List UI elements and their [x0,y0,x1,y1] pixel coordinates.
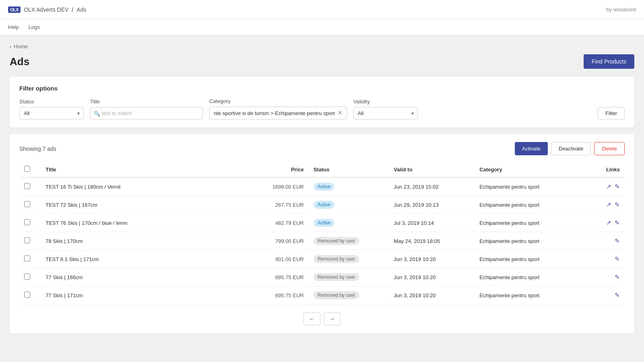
link-icons: ✎ [586,292,620,299]
filter-title-input[interactable] [90,107,203,119]
col-header-checkbox [19,162,41,177]
table-row: 78 Skis | 170cm 799.00 EUR Removed by us… [19,232,625,250]
row-links: ✎ [582,286,625,304]
external-link-icon[interactable]: ↗ [606,219,611,226]
row-checkbox-cell [19,268,41,286]
link-icons: ↗ ✎ [586,219,620,226]
filter-category-wrapper: nte sportive si de turism > Echipamente … [209,107,347,119]
edit-icon[interactable]: ✎ [615,183,620,190]
page-title: Ads [10,56,29,68]
row-valid-to: Jun 29, 2019 10:13 [389,196,475,214]
topbar: OLX OLX Adverts DEV / Ads by wsaassist [0,0,644,19]
nav-item-logs[interactable]: Logs [29,20,40,34]
external-link-icon[interactable]: ↗ [606,183,611,190]
row-price: 695.75 EUR [244,286,309,304]
filter-category-value: nte sportive si de turism > Echipamente … [214,110,335,116]
ads-table-header-row: Title Price Status Valid to Category Lin… [19,162,625,177]
delete-button[interactable]: Delete [594,142,625,155]
filter-validity-wrapper: All Valid Expired [353,107,418,119]
row-links: ↗ ✎ [582,177,625,196]
edit-icon[interactable]: ✎ [615,219,620,226]
table-row: TEST 76 Skis | 170cm / blue / lemn 482.7… [19,214,625,232]
results-panel: Showing 7 ads Activate Deactivate Delete… [10,134,634,333]
breadcrumb-home: Home [14,43,28,49]
ads-table: Title Price Status Valid to Category Lin… [19,162,625,304]
nav-item-help[interactable]: Help [8,20,19,34]
row-valid-to: May 24, 2019 18:05 [389,232,475,250]
row-category: Echipamente pentru sport [475,232,582,250]
ads-table-head: Title Price Status Valid to Category Lin… [19,162,625,177]
edit-icon[interactable]: ✎ [615,274,620,281]
filter-validity-label: Validity [353,99,418,105]
filter-category-field: Category nte sportive si de turism > Ech… [209,98,347,119]
results-count: Showing 7 ads [19,146,56,152]
filter-row: Status All Active Inactive Removed by us… [19,98,625,119]
filter-validity-field: Validity All Valid Expired [353,99,418,119]
row-checkbox-cell [19,250,41,268]
pagination-prev-button[interactable]: ← [303,313,320,325]
row-category: Echipamente pentru sport [475,268,582,286]
status-badge: Active [314,183,335,191]
row-checkbox[interactable] [24,201,30,207]
status-badge: Removed by user [314,291,359,299]
external-link-icon[interactable]: ↗ [606,201,611,208]
row-status: Active [309,196,389,214]
link-icons: ✎ [586,274,620,281]
status-badge: Removed by user [314,273,359,281]
row-checkbox[interactable] [24,274,30,280]
filter-panel: Filter options Status All Active Inactiv… [10,77,634,128]
row-checkbox[interactable] [24,255,30,261]
activate-button[interactable]: Activate [515,142,548,155]
olx-icon: OLX [8,6,21,13]
find-products-button[interactable]: Find Products [584,54,634,69]
col-header-status: Status [309,162,389,177]
row-price: 482.79 EUR [244,214,309,232]
row-title: TEST 8.1 Skis | 171cm [41,250,244,268]
filter-status-wrapper: All Active Inactive Removed by user [19,107,84,119]
edit-icon[interactable]: ✎ [615,237,620,245]
row-valid-to: Jun 3, 2019 10:20 [389,250,475,268]
results-header: Showing 7 ads Activate Deactivate Delete [19,142,625,155]
col-header-category: Category [475,162,582,177]
col-header-price: Price [244,162,309,177]
link-icons: ↗ ✎ [586,183,620,190]
table-row: TEST 8.1 Skis | 171cm 901.00 EUR Removed… [19,250,625,268]
select-all-checkbox[interactable] [24,166,30,172]
row-status: Removed by user [309,268,389,286]
row-status: Removed by user [309,250,389,268]
filter-category-label: Category [209,98,347,104]
filter-category-clear[interactable]: ✕ [337,110,343,116]
link-icons: ✎ [586,255,620,263]
ads-table-body: TEST 16 Ti Skis | 180cm / Vernil 1699.00… [19,177,625,304]
breadcrumb[interactable]: ‹ Home [10,43,634,49]
search-icon: 🔍 [94,110,100,116]
row-category: Echipamente pentru sport [475,250,582,268]
row-checkbox[interactable] [24,183,30,189]
row-checkbox[interactable] [24,219,30,225]
table-row: 77 Skis | 166cm 695.75 EUR Removed by us… [19,268,625,286]
filter-button[interactable]: Filter [598,107,625,119]
topbar-separator: / [72,6,73,13]
edit-icon[interactable]: ✎ [615,292,620,299]
pagination-next-button[interactable]: → [324,313,341,325]
pagination: ← → [19,313,625,325]
filter-status-select[interactable]: All Active Inactive Removed by user [19,107,84,119]
row-price: 799.00 EUR [244,232,309,250]
page-header: Ads Find Products [10,54,634,69]
col-header-links: Links [582,162,625,177]
row-valid-to: Jun 3, 2019 10:20 [389,286,475,304]
row-status: Active [309,214,389,232]
main-content: ‹ Home Ads Find Products Filter options … [0,35,644,341]
filter-status-label: Status [19,99,84,105]
row-checkbox[interactable] [24,292,30,298]
link-icons: ↗ ✎ [586,201,620,208]
row-title: TEST 76 Skis | 170cm / blue / lemn [41,214,244,232]
edit-icon[interactable]: ✎ [615,201,620,208]
filter-title-field: Title 🔍 [90,99,203,119]
deactivate-button[interactable]: Deactivate [551,142,591,155]
filter-validity-select[interactable]: All Valid Expired [353,107,418,119]
edit-icon[interactable]: ✎ [615,255,620,263]
filter-title-wrapper: 🔍 [90,107,203,119]
row-links: ✎ [582,268,625,286]
row-checkbox[interactable] [24,237,30,243]
